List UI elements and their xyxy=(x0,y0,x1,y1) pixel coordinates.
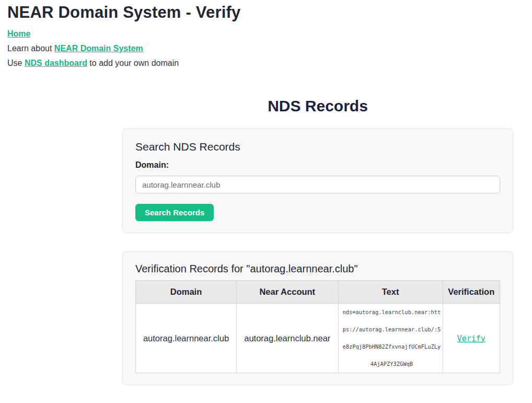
nds-info-link[interactable]: NEAR Domain System xyxy=(54,44,143,53)
verify-link[interactable]: Verify xyxy=(457,334,485,343)
use-prefix-text: Use xyxy=(7,59,25,67)
page-title: NEAR Domain System - Verify xyxy=(7,3,525,22)
learn-prefix-text: Learn about xyxy=(7,44,54,53)
column-header-text: Text xyxy=(338,281,443,304)
use-suffix-text: to add your own domain xyxy=(87,59,179,67)
home-link[interactable]: Home xyxy=(7,29,30,38)
domain-label: Domain: xyxy=(135,160,500,170)
txt-record-value: nds=autorag.learnclub.near:https://autor… xyxy=(343,304,441,373)
search-card: Search NDS Records Domain: Search Record… xyxy=(122,129,513,233)
column-header-near-account: Near Account xyxy=(237,281,338,304)
column-header-domain: Domain xyxy=(136,281,237,304)
home-line: Home xyxy=(7,27,525,41)
main-content: NDS Records Search NDS Records Domain: S… xyxy=(122,95,513,385)
search-card-title: Search NDS Records xyxy=(135,141,500,153)
cell-text: nds=autorag.learnclub.near:https://autor… xyxy=(338,304,443,373)
search-records-button[interactable]: Search Records xyxy=(135,204,214,221)
table-row: autorag.learnnear.club autorag.learnclub… xyxy=(136,304,500,373)
cell-verification: Verify xyxy=(443,304,500,373)
records-table: Domain Near Account Text Verification au… xyxy=(135,280,500,373)
nds-dashboard-link[interactable]: NDS dashboard xyxy=(25,59,87,67)
column-header-verification: Verification xyxy=(443,281,500,304)
learn-line: Learn about NEAR Domain System xyxy=(7,41,525,56)
table-header-row: Domain Near Account Text Verification xyxy=(136,281,500,304)
dashboard-line: Use NDS dashboard to add your own domain xyxy=(7,56,525,71)
results-card: Verification Records for "autorag.learnn… xyxy=(122,251,513,385)
cell-domain: autorag.learnnear.club xyxy=(136,304,237,373)
results-card-title: Verification Records for "autorag.learnn… xyxy=(135,263,500,275)
section-title: NDS Records xyxy=(122,95,513,117)
domain-input[interactable] xyxy=(135,176,500,193)
page-header: NEAR Domain System - Verify Home Learn a… xyxy=(7,0,525,71)
cell-near-account: autorag.learnclub.near xyxy=(237,304,338,373)
